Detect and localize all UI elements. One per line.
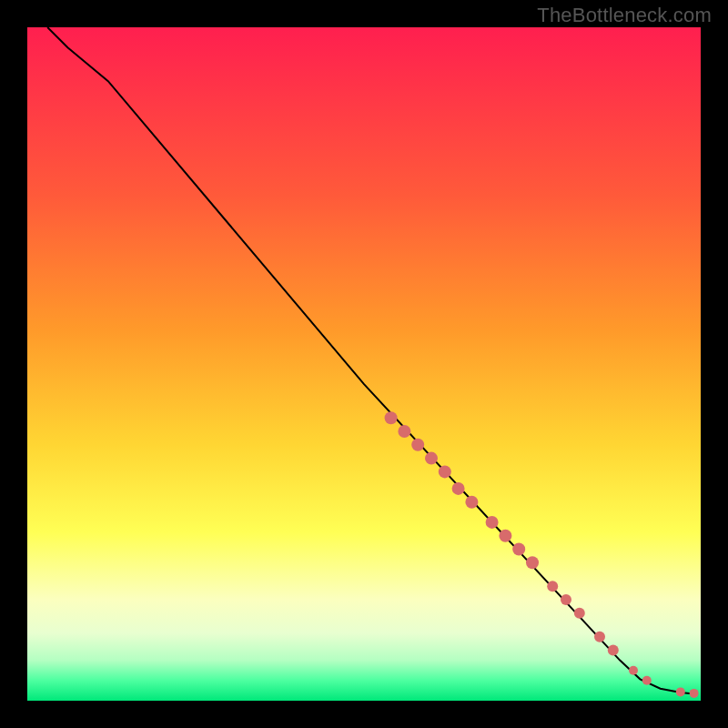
data-point	[398, 425, 410, 438]
chart-svg	[27, 27, 701, 701]
data-point	[676, 687, 685, 696]
data-point	[439, 465, 451, 478]
data-point	[465, 496, 478, 509]
data-point	[574, 608, 585, 619]
watermark-text: TheBottleneck.com	[537, 4, 712, 27]
data-point	[486, 516, 499, 529]
gradient-background	[27, 27, 701, 701]
plot-area	[27, 27, 701, 701]
data-point	[385, 411, 398, 424]
data-point	[425, 452, 438, 465]
data-point	[608, 645, 619, 656]
data-point	[512, 543, 525, 556]
data-point	[690, 689, 699, 698]
chart-container: TheBottleneck.com	[0, 0, 728, 728]
data-point	[629, 666, 638, 675]
data-point	[547, 581, 558, 592]
data-point	[411, 439, 424, 451]
data-point	[499, 530, 511, 542]
data-point	[526, 556, 539, 569]
data-point	[452, 482, 465, 495]
data-point	[561, 594, 571, 605]
data-point	[594, 632, 605, 642]
data-point	[642, 676, 652, 685]
